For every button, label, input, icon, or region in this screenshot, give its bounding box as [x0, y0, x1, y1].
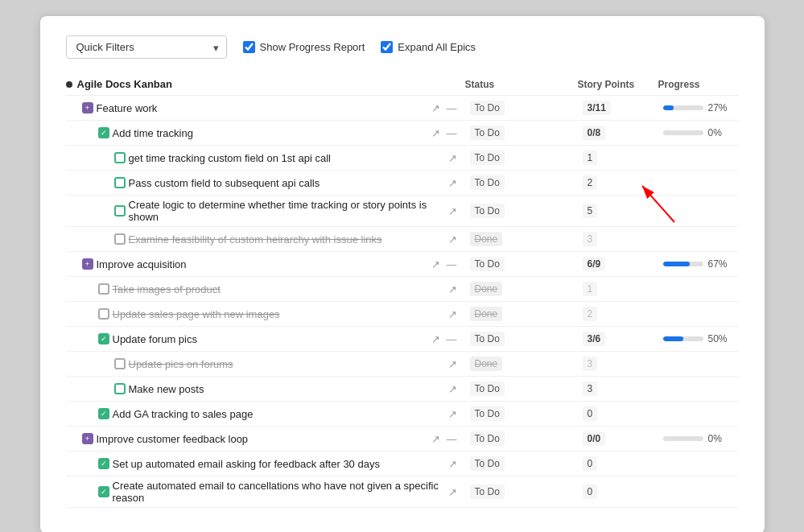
table-row: ✓ Add time tracking ↗ — To Do 0/8 0%	[66, 121, 739, 146]
expand-icon[interactable]: ↗	[430, 333, 442, 345]
row-text: Add GA tracking to sales page	[113, 408, 254, 420]
row-actions[interactable]: ↗	[447, 358, 459, 370]
row-text: get time tracking custom field on 1st ap…	[129, 152, 331, 164]
open-icon[interactable]: ↗	[447, 358, 459, 370]
status-badge: To Do	[470, 456, 505, 471]
show-progress-checkbox[interactable]	[243, 41, 255, 53]
progress-pct: 0%	[708, 127, 722, 138]
collapse-icon[interactable]: —	[445, 433, 459, 445]
row-actions[interactable]: ↗ —	[430, 258, 459, 270]
progress-cell	[658, 412, 739, 415]
collapse-icon[interactable]: —	[445, 102, 459, 114]
row-actions[interactable]: ↗	[447, 205, 459, 217]
status-badge: To Do	[470, 381, 505, 396]
row-text: Set up automated email asking for feedba…	[113, 458, 380, 470]
progress-cell: 0%	[658, 126, 739, 140]
row-actions[interactable]: ↗ —	[430, 333, 459, 345]
open-icon[interactable]: ↗	[447, 283, 459, 295]
row-actions[interactable]: ↗	[447, 408, 459, 420]
board-name: Agile Docs Kanban	[66, 78, 465, 90]
row-icon	[114, 358, 126, 369]
collapse-icon[interactable]: —	[445, 333, 459, 345]
row-actions[interactable]: ↗	[447, 152, 459, 164]
col-header-progress: Progress	[658, 79, 739, 90]
status-cell: To Do	[465, 255, 578, 273]
row-icon	[98, 283, 109, 295]
open-icon[interactable]: ↗	[447, 233, 459, 245]
table-container: Agile Docs Kanban Status Story Points Pr…	[66, 73, 739, 508]
open-icon[interactable]: ↗	[447, 408, 459, 420]
progress-cell	[658, 209, 739, 212]
points-value: 2	[583, 307, 598, 321]
row-label: Take images of product	[66, 283, 447, 295]
quick-filter-wrap[interactable]: Quick Filters	[66, 35, 227, 59]
row-label: Update pics on forums	[66, 358, 447, 370]
table-row: Create logic to determine whether time t…	[66, 196, 739, 227]
table-row: Pass custom field to subsequent api call…	[66, 171, 739, 196]
points-cell: 3	[578, 380, 658, 398]
points-value: 3	[583, 232, 598, 246]
row-actions[interactable]: ↗ —	[430, 433, 459, 445]
open-icon[interactable]: ↗	[447, 458, 459, 470]
expand-icon[interactable]: ↗	[430, 127, 442, 139]
row-label: Pass custom field to subsequent api call…	[66, 177, 447, 189]
open-icon[interactable]: ↗	[447, 486, 459, 498]
top-bar: Quick Filters Show Progress Report Expan…	[66, 35, 739, 59]
points-value: 1	[583, 282, 598, 296]
row-actions[interactable]: ↗	[447, 486, 459, 498]
expand-icon[interactable]: ↗	[430, 102, 442, 114]
row-text: Pass custom field to subsequent api call…	[129, 177, 320, 189]
expand-all-checkbox[interactable]	[381, 41, 393, 53]
collapse-icon[interactable]: —	[445, 258, 459, 270]
board-title-row: Agile Docs Kanban Status Story Points Pr…	[66, 73, 739, 96]
points-cell: 0	[578, 483, 658, 501]
row-label: Make new posts	[66, 383, 447, 395]
show-progress-label[interactable]: Show Progress Report	[243, 41, 365, 53]
row-icon	[114, 177, 126, 188]
row-actions[interactable]: ↗	[447, 308, 459, 320]
status-badge: To Do	[470, 257, 505, 271]
row-label: + Feature work	[66, 102, 430, 114]
collapse-icon[interactable]: —	[445, 127, 459, 139]
row-actions[interactable]: ↗ —	[430, 127, 459, 139]
open-icon[interactable]: ↗	[447, 205, 459, 217]
open-icon[interactable]: ↗	[447, 177, 459, 189]
expand-all-label[interactable]: Expand All Epics	[381, 41, 476, 53]
row-label: + Improve acquisition	[66, 258, 430, 270]
row-text: Improve customer feedback loop	[97, 433, 249, 445]
row-label: ✓ Create automated email to cancellation…	[66, 480, 447, 504]
expand-icon[interactable]: ↗	[430, 433, 442, 445]
open-icon[interactable]: ↗	[447, 383, 459, 395]
row-icon: ✓	[98, 458, 109, 469]
progress-pct: 50%	[708, 333, 728, 344]
show-progress-text: Show Progress Report	[260, 41, 365, 53]
row-actions[interactable]: ↗	[447, 458, 459, 470]
progress-cell	[658, 362, 739, 365]
row-actions[interactable]: ↗	[447, 283, 459, 295]
status-badge: Done	[470, 232, 503, 246]
row-actions[interactable]: ↗ —	[430, 102, 459, 114]
expand-icon[interactable]: ↗	[430, 258, 442, 270]
progress-cell	[658, 462, 739, 465]
points-value: 3	[583, 357, 598, 371]
points-cell: 3/11	[578, 99, 658, 117]
progress-pct: 27%	[708, 102, 728, 113]
row-actions[interactable]: ↗	[447, 233, 459, 245]
quick-filter-select[interactable]: Quick Filters	[66, 35, 227, 59]
progress-cell	[658, 237, 739, 241]
row-icon	[114, 383, 126, 394]
progress-fill	[663, 336, 683, 341]
points-value: 0	[583, 456, 598, 471]
points-cell: 6/9	[578, 255, 658, 273]
progress-bar	[663, 436, 703, 441]
progress-cell	[658, 181, 739, 184]
row-label: get time tracking custom field on 1st ap…	[66, 152, 447, 164]
row-actions[interactable]: ↗	[447, 177, 459, 189]
progress-cell: 50%	[658, 332, 739, 346]
row-label: + Improve customer feedback loop	[66, 433, 430, 445]
row-actions[interactable]: ↗	[447, 383, 459, 395]
open-icon[interactable]: ↗	[447, 152, 459, 164]
open-icon[interactable]: ↗	[447, 308, 459, 320]
status-badge: To Do	[470, 485, 505, 499]
points-cell: 3/6	[578, 330, 658, 348]
